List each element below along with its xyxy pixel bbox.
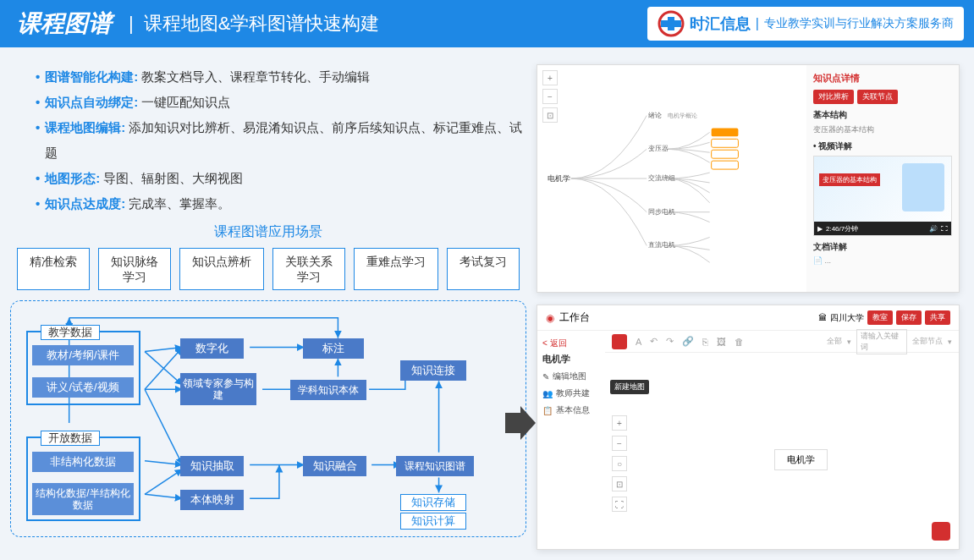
scene-box: 知识脉络 学习 <box>98 248 171 290</box>
bullet-label: 地图形态: <box>45 171 100 185</box>
bullet-label: 知识点达成度: <box>45 196 125 211</box>
zoom-out-icon[interactable]: − <box>542 89 558 104</box>
svg-text:同步电机: 同步电机 <box>648 208 675 216</box>
doc-section: 文档详解 <box>813 241 952 253</box>
univ-name: 四川大学 <box>830 312 864 324</box>
bullet-text: 导图、辐射图、大纲视图 <box>100 171 243 185</box>
reset-icon[interactable]: ○ <box>612 456 627 471</box>
tool-redo-icon[interactable]: ↷ <box>666 336 674 347</box>
bullet-text: 一键匹配知识点 <box>138 95 230 109</box>
zoom-in-icon[interactable]: + <box>612 415 627 431</box>
feature-list: •图谱智能化构建: 教案文档导入、课程章节转化、手动编辑 •知识点自动绑定: 一… <box>10 64 526 217</box>
video-thumbnail[interactable]: 变压器的基本结构 ▶ 2:46/7分钟 🔊 ⛶ <box>813 156 952 236</box>
univ-icon: 🏛 <box>818 313 827 322</box>
page-title: 课程图谱 <box>10 8 118 40</box>
bullet-label: 图谱智能化构建: <box>45 69 138 84</box>
sidebar-item-collab[interactable]: 👥教师共建 <box>542 387 600 399</box>
flow-node-mapping: 本体映射 <box>180 490 244 510</box>
bullet-label: 知识点自动绑定: <box>45 95 138 109</box>
search-input[interactable]: 请输入关键词 <box>856 329 907 354</box>
flow-node-struct: 结构化数据/半结构化数据 <box>32 483 134 515</box>
canvas-root-node[interactable]: 电机学 <box>774 449 828 470</box>
bullet-text: 教案文档导入、课程章节转化、手动编辑 <box>138 69 370 84</box>
fullscreen-icon[interactable]: ⛶ <box>612 497 627 512</box>
sidebar-item-edit[interactable]: ✎编辑地图 <box>542 371 600 382</box>
scene-box: 精准检索 <box>17 248 90 290</box>
course-name: 电机学 <box>542 354 570 364</box>
svg-text:绪论: 绪论 <box>648 112 662 119</box>
tab-compare[interactable]: 对比辨析 <box>813 90 854 104</box>
scene-box: 重难点学习 <box>354 248 438 290</box>
brand-tagline: 专业教学实训与行业解决方案服务商 <box>764 16 954 31</box>
zoom-out-icon[interactable]: − <box>612 436 627 451</box>
brand-name: 时汇信息 <box>690 14 751 34</box>
video-caption: 变压器的基本结构 <box>819 173 880 186</box>
bullet-text: 完成率、掌握率。 <box>125 196 230 211</box>
edit-icon: ✎ <box>542 372 549 382</box>
header-divider: | <box>129 13 134 35</box>
flow-node-connect: 知识连接 <box>400 360 466 381</box>
tool-node-icon[interactable] <box>612 334 627 349</box>
doc-item: 📄 ... <box>813 256 952 265</box>
btn-save[interactable]: 保存 <box>896 310 922 325</box>
filter-all[interactable]: 全部 <box>827 336 842 347</box>
tool-text-icon[interactable]: A <box>636 337 641 347</box>
play-icon[interactable]: ▶ <box>817 225 823 233</box>
scene-title: 课程图谱应用场景 <box>10 223 526 241</box>
sidebar-item-info[interactable]: 📋基本信息 <box>542 404 600 416</box>
svg-rect-6 <box>712 128 739 136</box>
flow-node-ontology: 学科知识本体 <box>290 380 366 400</box>
tool-image-icon[interactable]: 🖼 <box>717 337 726 347</box>
big-arrow-icon <box>505 406 536 443</box>
info-item: 变压器的基本结构 <box>813 124 952 135</box>
back-link[interactable]: < 返回 <box>542 338 600 349</box>
tab-related[interactable]: 关联节点 <box>857 90 898 104</box>
svg-rect-7 <box>712 139 739 147</box>
flow-node-compute: 知识计算 <box>400 513 466 530</box>
flow-node-lecture: 讲义/试卷/视频 <box>32 377 134 398</box>
tooltip: 新建地图 <box>610 380 649 394</box>
video-figure <box>902 163 944 211</box>
flow-node-annotate: 标注 <box>303 338 364 359</box>
volume-icon[interactable]: 🔊 <box>929 225 938 233</box>
screenshot-mindmap: 电机学 绪论 变压器 交流绕组 同步电机 直流电机 电机学概论 + − ⊡ <box>537 64 960 293</box>
users-icon: 👥 <box>542 389 553 398</box>
fit-icon[interactable]: ⊡ <box>542 107 558 123</box>
scene-box: 知识点辨析 <box>179 248 264 290</box>
screenshot-workspace: ◉ 工作台 🏛 四川大学 教室 保存 共享 < 返回 电机学 ✎编辑地图 👥教师… <box>537 305 960 550</box>
svg-rect-9 <box>712 161 739 169</box>
filter-nodes[interactable]: 全部节点 <box>912 336 943 347</box>
tool-delete-icon[interactable]: 🗑 <box>735 337 744 347</box>
flow-node-unstruct: 非结构化数据 <box>32 452 134 472</box>
svg-text:直流电机: 直流电机 <box>648 241 675 249</box>
flow-node-graph: 课程知识图谱 <box>396 456 474 476</box>
group-label: 教学数据 <box>41 325 100 340</box>
flow-diagram: 教学数据 教材/考纲/课件 讲义/试卷/视频 开放数据 非结构化数据 结构化数据… <box>10 300 526 537</box>
app-logo-icon: ◉ <box>546 312 554 324</box>
group-label: 开放数据 <box>41 431 100 446</box>
tool-copy-icon[interactable]: ⎘ <box>702 337 708 347</box>
flow-node-extract: 知识抽取 <box>180 456 244 476</box>
flow-node-expert: 领域专家参与构建 <box>180 373 256 405</box>
brand-block: 时汇信息 | 专业教学实训与行业解决方案服务商 <box>647 7 964 41</box>
tool-undo-icon[interactable]: ↶ <box>650 336 658 347</box>
info-section: 基本结构 <box>813 109 952 121</box>
btn-share[interactable]: 共享 <box>925 310 950 325</box>
page-subtitle: 课程地图&学科图谱快速构建 <box>144 11 380 36</box>
flow-node-digitize: 数字化 <box>180 338 244 359</box>
brand-divider: | <box>756 16 759 31</box>
svg-rect-8 <box>712 150 739 158</box>
flow-node-store: 知识存储 <box>400 494 466 511</box>
fit-icon[interactable]: ⊡ <box>612 476 627 491</box>
mind-root: 电机学 <box>548 174 570 183</box>
scene-boxes: 精准检索 知识脉络 学习 知识点辨析 关联关系 学习 重难点学习 考试复习 <box>10 248 526 290</box>
scene-box: 关联关系 学习 <box>272 248 345 290</box>
btn-classroom[interactable]: 教室 <box>867 310 893 325</box>
fullscreen-icon[interactable]: ⛶ <box>941 225 948 233</box>
flow-node-material: 教材/考纲/课件 <box>32 345 134 365</box>
chat-icon[interactable] <box>932 522 950 541</box>
editor-toolbar: A ↶ ↷ 🔗 ⎘ 🖼 🗑 全部▾ 请输入关键词 全部节点▾ <box>605 331 959 353</box>
zoom-in-icon[interactable]: + <box>542 70 558 85</box>
tool-link-icon[interactable]: 🔗 <box>682 336 694 347</box>
svg-text:交流绕组: 交流绕组 <box>648 174 675 182</box>
